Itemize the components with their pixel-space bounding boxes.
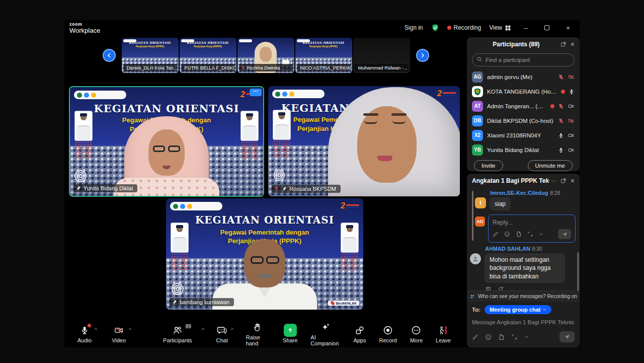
chat-options-caret[interactable] [230,327,234,331]
add-reaction-icon[interactable] [498,286,504,291]
raise-hand-button[interactable]: Raise hand [246,322,270,346]
invite-button[interactable]: Invite [474,160,503,171]
avatar: I [475,197,486,208]
screenshot-icon[interactable] [511,334,518,340]
filmstrip-tile[interactable]: KEGIATAN ORIENTASI Perjanjian Kerja (PPP… [122,38,179,73]
reply-box[interactable]: AG [475,214,576,243]
participant-name-label: Muhammad Ridwan -... [355,64,409,71]
official-portrait [75,111,92,140]
unmute-me-button[interactable]: Unmute me [528,160,573,171]
restore-icon [544,25,549,30]
emoji-icon[interactable] [504,231,510,237]
desktop: zoom Workplace Sign in Recording View – … [0,0,644,363]
video-tile-yunita[interactable]: 2 KEGIATAN ORIENTASI Pegawai Pemerintah … [69,86,264,197]
filmstrip: KEGIATAN ORIENTASI Perjanjian Kerja (PPP… [64,37,467,74]
close-button[interactable]: × [561,24,575,32]
chevron-down-icon [542,308,546,312]
record-button[interactable]: Record [379,325,396,343]
video-button[interactable]: Video [112,325,126,343]
more-button[interactable]: More [410,325,423,343]
screenshot-icon[interactable] [527,231,533,237]
chat-message: AHMAD SAHLAN8:30 Mohon maaf settingan ba… [470,246,576,291]
video-options-caret[interactable] [128,327,132,331]
avatar-kota-tangerang [472,86,483,97]
participants-options-caret[interactable] [201,327,205,331]
participant-row[interactable]: AG admin gorvu (Me) [467,69,580,84]
close-chat-icon[interactable]: × [571,177,575,185]
leave-button[interactable]: Leave [436,325,451,343]
chat-message-input[interactable] [472,319,575,325]
avatar: X2 [472,130,483,141]
search-input[interactable] [472,53,575,66]
banner-title-mini: KEGIATAN ORIENTASI [295,41,352,44]
emoji-icon[interactable] [485,334,492,340]
view-button[interactable]: View [489,24,511,31]
message-sender: AHMAD SAHLAN8:30 [485,246,576,252]
security-shield-icon[interactable] [431,24,439,32]
sign-in-button[interactable]: Sign in [405,24,423,31]
filmstrip-next-button[interactable] [416,49,429,62]
minimize-button[interactable]: – [519,24,532,32]
chat-scrollbar[interactable] [577,252,579,291]
avatar: DB [472,115,483,126]
quote-reply-icon[interactable] [485,286,492,291]
video-tile-rossana[interactable]: 2 KEGIATAN ORIENTASI Pegawai Pemerintah … [268,86,460,196]
participants-count-badge: 89 [186,324,191,329]
tile-nametag: bambang kurniawan [170,298,234,306]
attach-file-icon[interactable] [498,334,505,340]
apps-button[interactable]: Apps [353,325,366,343]
audio-button[interactable]: Audio [77,325,92,343]
recipient-selector[interactable]: Meeting group chat [485,305,551,314]
participant-row[interactable]: YB Yunita Bidang Diklat [467,142,580,157]
filmstrip-tile[interactable]: KEGIATAN ORIENTASI Perjanjian Kerja (PPP… [295,38,352,73]
restore-button[interactable] [540,24,553,32]
popout-icon[interactable] [560,41,567,47]
filmstrip-prev-button[interactable] [103,49,116,62]
participant-row[interactable]: KOTA TANGERANG (Host) [467,84,580,99]
official-portrait [273,110,290,139]
message-time: 8:30 [532,246,542,252]
chevron-down-icon[interactable] [539,232,543,237]
recording-dot-icon [561,90,565,94]
share-button[interactable]: Share [283,325,297,343]
chevron-down-icon[interactable] [524,335,529,339]
chat-more-icon[interactable]: ··· [549,177,556,184]
logo-icon [187,204,192,209]
chat-messages[interactable]: Imron,SE-Kec.Ciledug8:28 I siap AG [467,188,580,291]
audio-options-caret[interactable] [94,327,98,331]
format-icon[interactable] [493,231,499,237]
chat-button[interactable]: Chat [216,325,228,343]
format-icon[interactable] [472,334,478,340]
close-participants-icon[interactable]: × [571,40,575,48]
filmstrip-tile[interactable]: Muhammad Ridwan -... [353,38,410,73]
banner-title-mini: KEGIATAN ORIENTASI [122,41,179,44]
recording-indicator: Recording [447,24,481,31]
audio-alert-badge [87,323,92,328]
tile-options-button[interactable]: ··· [250,89,262,96]
recording-dot-icon [550,104,554,108]
logo-icon [275,92,280,97]
popout-icon[interactable] [560,178,567,184]
chat-to-row: To: Meeting group chat [467,302,580,315]
reply-input[interactable] [493,219,571,226]
participant-row[interactable]: X2 Xiaomi 23108RN04Y [467,128,580,142]
reply-send-button[interactable] [558,229,571,239]
compose-area[interactable] [467,315,580,326]
participant-search[interactable] [472,53,575,66]
attach-file-icon[interactable] [516,231,522,237]
participant-row[interactable]: AT Admin Tangeran... (Co-host) [467,99,580,113]
pin-icon [282,186,287,191]
message-more-icon[interactable]: ... [510,285,515,291]
participant-row[interactable]: DB Diklat BKPSDM (Co-host) [467,113,580,128]
ai-companion-button[interactable]: AI Companion [310,322,340,346]
mic-icon [569,89,575,95]
video-tile-bambang[interactable]: 2 KEGIATAN ORIENTASI Pegawai Pemerintah … [166,198,363,310]
filmstrip-tile[interactable]: KEGIATAN ORIENTASI Perjanjian Kerja (PPP… [180,38,236,73]
mic-icon [558,147,564,153]
mic-off-icon [558,118,564,124]
send-icon [564,334,570,340]
logo-icon [84,93,89,98]
send-button[interactable] [559,331,575,342]
participants-button[interactable]: 89 Participants [163,325,192,343]
filmstrip-tile[interactable]: Rezkha Dwinita [237,38,294,73]
